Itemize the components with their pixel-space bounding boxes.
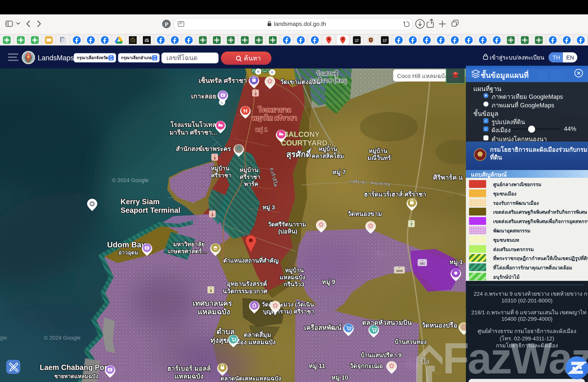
svg-text:หมู่ 1: หมู่ 1	[450, 258, 463, 266]
svg-text:© 2024 Google: © 2024 Google	[112, 177, 149, 183]
svg-text:หมู่บ้าน: หมู่บ้าน	[318, 146, 337, 153]
svg-text:หมู่บ้าน: หมู่บ้าน	[369, 148, 387, 155]
svg-text:หมู่บ้าน: หมู่บ้าน	[285, 267, 304, 274]
svg-text:3: 3	[210, 289, 212, 293]
svg-text:คลาสสิคโฮม: คลาสสิคโฮม	[312, 152, 344, 159]
svg-text:วัดศรีรัตนาราม: วัดศรีรัตนาราม	[268, 221, 306, 228]
svg-text:LandsMaps: LandsMaps	[38, 54, 74, 62]
svg-text:H: H	[243, 108, 247, 114]
svg-text:หมู่ 7: หมู่ 7	[333, 169, 346, 176]
svg-text:7: 7	[410, 223, 412, 227]
svg-text:มารีนา ศรีราชา...: มารีนา ศรีราชา...	[169, 129, 217, 136]
svg-text:สุรศักดิ์: สุรศักดิ์	[286, 148, 312, 159]
svg-text:วัดต้นมะม่วง (วัดเนิน: วัดต้นมะม่วง (วัดเนิน	[262, 301, 314, 308]
svg-text:โรงแรมโนโวเทล: โรงแรมโนโวเทล	[170, 121, 216, 128]
svg-text:Kerry Siam: Kerry Siam	[121, 198, 160, 206]
svg-text:อ่าวอุดม: อ่าวอุดม	[118, 250, 138, 256]
svg-text:กรุณาเลือกจังหวัด: กรุณาเลือกจังหวัด	[77, 55, 108, 61]
svg-text:หมู่ 1: หมู่ 1	[255, 126, 268, 133]
svg-text:✿: ✿	[389, 362, 395, 369]
svg-text:เทศบาลนคร: เทศบาลนคร	[193, 299, 232, 307]
svg-text:ตำแหน่งสถานที่สำคัญ: ตำแหน่งสถานที่สำคัญ	[223, 256, 279, 264]
svg-text:ศรีราชา: ศรีราชา	[211, 172, 231, 179]
svg-text:เซ็นทรัล ศรีราชา: เซ็นทรัล ศรีราชา	[199, 76, 247, 84]
svg-text:หมู่ 9: หมู่ 9	[322, 278, 336, 286]
svg-text:17: 17	[383, 39, 387, 42]
svg-text:อุทยานรังสรรค์: อุทยานรังสรรค์	[227, 280, 267, 288]
svg-text:เครือสหพัฒน์: เครือสหพัฒน์	[304, 324, 342, 331]
svg-text:หมู่บ้าน: หมู่บ้าน	[211, 165, 230, 172]
svg-text:นาคีราช (ชลบุ: นาคีราช (ชลบุ	[311, 77, 347, 84]
svg-text:โรงพยาบาล: โรงพยาบาล	[258, 106, 291, 113]
svg-text:ตำบล: ตำบล	[216, 328, 234, 336]
svg-text:วัดหนองขาม: วัดหนองขาม	[347, 210, 382, 217]
svg-text:ตลาดหัวสนามบิน: ตลาดหัวสนามบิน	[362, 319, 412, 326]
svg-text:ชายหาดแหลมฉบัง: ชายหาดแหลมฉบัง	[54, 373, 98, 379]
svg-text:หมู่ 11: หมู่ 11	[309, 362, 325, 370]
svg-text:วังเศรษฐี: วังเศรษฐี	[316, 70, 338, 77]
svg-text:BALCONY: BALCONY	[283, 130, 320, 138]
svg-text:พญาไท ศรีราชา: พญาไท ศรีราชา	[252, 114, 297, 122]
svg-text:เข้าสู่ระบบ/ลงทะเบียน: เข้าสู่ระบบ/ลงทะเบียน	[490, 54, 544, 61]
svg-text:✿: ✿	[267, 77, 273, 85]
svg-text:กรุณาเลือกอำเภอ: กรุณาเลือกอำเภอ	[121, 55, 152, 61]
svg-text:เกษตรศาสตร์...: เกษตรศาสตร์...	[168, 248, 207, 255]
svg-text:มณีวินทร์: มณีวินทร์	[368, 155, 391, 161]
svg-text:P: P	[165, 21, 168, 27]
svg-text:สำนักสงฆ์เขาพระคร: สำนักสงฆ์เขาพระคร	[176, 145, 231, 152]
svg-text:แหลมฉบัง: แหลมฉบัง	[175, 372, 204, 380]
svg-text:เกาะลอย: เกาะลอย	[191, 92, 217, 100]
svg-text:ศรีราชา: ศรีราชา	[240, 174, 260, 180]
svg-text:(บ่อหิน): (บ่อหิน)	[278, 228, 297, 234]
svg-text:iS: iS	[145, 38, 149, 43]
svg-text:ตลาดสี่มุม: ตลาดสี่มุม	[244, 330, 271, 339]
svg-text:แหลมฉบัง: แหลมฉบัง	[198, 308, 230, 316]
svg-text:นวัตกรรมอวกาศ: นวัตกรรมอวกาศ	[223, 288, 268, 295]
svg-text:มหาวิทยาลัย: มหาวิทยาลัย	[173, 241, 205, 247]
svg-text:แหลมฉบัง: แหลมฉบัง	[280, 274, 305, 280]
svg-text:วัดหนองปรือ: วัดหนองปรือ	[421, 321, 457, 329]
svg-text:พาร์ค: พาร์ค	[244, 181, 258, 187]
svg-text:วัดจุกกะเฌอ: วัดจุกกะเฌอ	[350, 362, 383, 370]
svg-text:ฮาร์เบอร์ มอลล์: ฮาร์เบอร์ มอลล์	[167, 365, 211, 372]
svg-text:Seaport Terminal: Seaport Terminal	[121, 206, 180, 214]
svg-text:Udom Bay: Udom Bay	[107, 240, 146, 249]
svg-text:© 2024 Google: © 2024 Google	[44, 335, 81, 341]
svg-text:เลขที่โฉนด: เลขที่โฉนด	[167, 53, 198, 62]
svg-text:บุญญาราม) ศรีราชา: บุญญาราม) ศรีราชา	[263, 308, 314, 315]
svg-text:บ้านแสนปรีดา 9: บ้านแสนปรีดา 9	[360, 352, 401, 358]
svg-text:ค้นหา: ค้นหา	[244, 54, 261, 62]
svg-text:3: 3	[213, 156, 216, 160]
svg-text:✿: ✿	[273, 302, 278, 309]
svg-text:ศิริพาร์ค แ: ศิริพาร์ค แ	[433, 174, 463, 181]
svg-text:Laem Chabang Port: Laem Chabang Port	[40, 363, 110, 371]
svg-text:17: 17	[355, 39, 359, 42]
svg-text:3: 3	[254, 92, 256, 96]
svg-text:เมือง แหลมฉบัง: เมือง แหลมฉบัง	[234, 339, 276, 346]
svg-text:ตลาดนัดเคหะแหลมฉบัง: ตลาดนัดเคหะแหลมฉบัง	[221, 375, 281, 382]
svg-text:CHE: CHE	[130, 40, 136, 43]
svg-text:ฮาร์ดแวร์เฮาส์ ศรีราชา: ฮาร์ดแวร์เฮาส์ ศรีราชา	[364, 191, 426, 198]
svg-text:EN: EN	[566, 54, 574, 61]
svg-text:TH: TH	[553, 54, 560, 61]
svg-text:✿: ✿	[368, 222, 374, 229]
svg-text:331: 331	[420, 262, 425, 265]
svg-text:landsmaps.dol.go.th: landsmaps.dol.go.th	[274, 21, 326, 27]
svg-text:3: 3	[211, 213, 213, 217]
svg-text:✿: ✿	[318, 221, 324, 228]
svg-text:3608: 3608	[396, 269, 402, 273]
svg-text:กรีนวิว3: กรีนวิว3	[284, 281, 304, 287]
svg-text:gle: gle	[0, 335, 7, 341]
svg-text:หมู่ 3: หมู่ 3	[262, 204, 275, 211]
svg-text:หมู่บ้าน: หมู่บ้าน	[240, 167, 258, 174]
svg-text:หมู่ 10: หมู่ 10	[332, 374, 348, 382]
